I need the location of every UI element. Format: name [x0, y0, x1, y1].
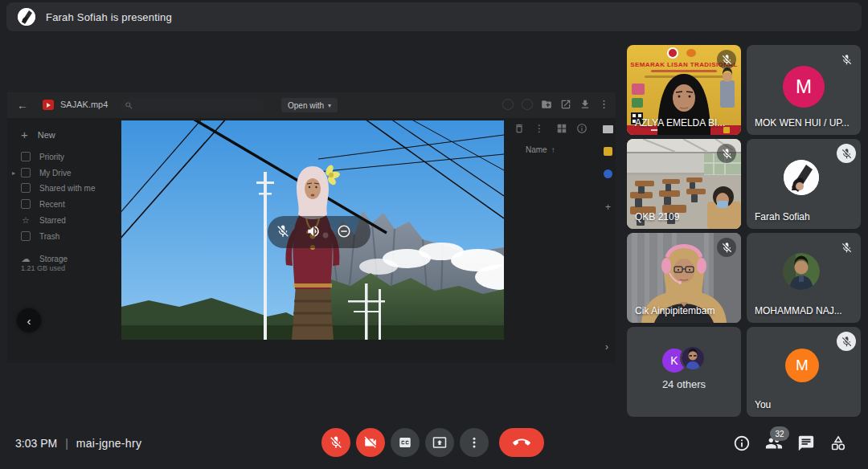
end-call-button[interactable] — [499, 428, 544, 457]
sidebar-item-storage[interactable]: ☁Storage — [21, 252, 68, 265]
mic-off-icon — [329, 435, 343, 450]
participant-tile-cik[interactable]: Cik Ainpipitembam — [627, 233, 741, 323]
open-in-new-icon[interactable] — [560, 99, 571, 110]
mic-off-icon — [837, 50, 856, 69]
sidebar-item-priority[interactable]: Priority — [21, 150, 64, 163]
star-icon: ☆ — [21, 215, 31, 226]
open-with-button[interactable]: Open with ▾ — [281, 98, 338, 112]
storage-used-label: 1.21 GB used — [21, 264, 65, 272]
activities-button[interactable] — [829, 434, 847, 452]
others-count-label: 24 others — [627, 378, 741, 390]
add-panel-icon[interactable]: + — [605, 202, 611, 213]
meeting-details-button[interactable] — [733, 434, 751, 452]
meeting-code-label: mai-jgne-hry — [76, 437, 141, 450]
expand-icon[interactable]: ▸ — [12, 169, 15, 177]
participant-name: QKB 2109 — [635, 211, 679, 222]
meeting-info: 3:03 PM | mai-jgne-hry — [15, 418, 141, 469]
participant-name: AZLYA EMELDA BI... — [635, 117, 725, 128]
participant-tile-mok[interactable]: M MOK WEN HUI / UP... — [747, 45, 861, 135]
chevron-down-icon: ▾ — [328, 102, 331, 109]
recent-icon — [21, 199, 31, 209]
share-icon[interactable] — [502, 99, 514, 110]
more-vert-icon — [467, 435, 481, 450]
avatar: M — [783, 66, 825, 108]
comment-icon[interactable] — [522, 99, 533, 110]
participant-name: Farah Sofiah — [755, 211, 810, 222]
presenter-avatar — [18, 8, 35, 26]
drive-back-icon[interactable]: ← — [17, 98, 28, 112]
shared-icon — [21, 183, 31, 193]
participant-name: MOK WEN HUI / UP... — [755, 117, 850, 128]
present-icon — [432, 435, 447, 450]
camera-off-icon — [363, 435, 378, 450]
activities-shapes-icon — [829, 434, 847, 452]
previous-page-button[interactable]: ‹ — [17, 308, 41, 332]
add-to-folder-icon[interactable] — [541, 99, 552, 110]
priority-icon — [21, 152, 31, 161]
presented-video[interactable] — [121, 120, 504, 340]
participant-tile-azlya[interactable]: SEMARAK LISAN TRADISIONAL AZLYA EMELDA B… — [627, 45, 741, 135]
presentation-hover-controls — [268, 216, 371, 248]
meet-window: Farah Sofiah is presenting ← SAJAK.mp4 O… — [0, 0, 868, 469]
next-file-chevron-icon[interactable]: › — [605, 341, 608, 353]
details-info-icon[interactable] — [576, 123, 588, 137]
mic-off-icon — [837, 332, 856, 351]
avatar — [682, 347, 704, 369]
search-icon — [125, 101, 133, 110]
captions-icon — [398, 435, 412, 450]
clock-label: 3:03 PM — [15, 437, 57, 450]
download-icon[interactable] — [579, 99, 591, 110]
captions-button[interactable] — [391, 428, 420, 457]
participants-button[interactable]: 32 — [765, 434, 783, 452]
participant-tile-farah[interactable]: Farah Sofiah — [747, 139, 861, 229]
mic-off-icon — [837, 238, 856, 257]
file-more-icon[interactable]: ⋮ — [534, 123, 544, 134]
cloud-icon: ☁ — [21, 254, 31, 264]
drive-new-button[interactable]: + New — [21, 128, 55, 141]
preview-card-icon — [603, 125, 613, 133]
sidebar-item-trash[interactable]: Trash — [21, 230, 59, 243]
presenting-banner: Farah Sofiah is presenting — [6, 2, 862, 31]
participant-grid: SEMARAK LISAN TRADISIONAL AZLYA EMELDA B… — [627, 45, 861, 417]
separator: | — [65, 437, 68, 450]
chevron-left-icon: ‹ — [27, 314, 31, 328]
more-options-icon[interactable]: ⋮ — [599, 99, 609, 110]
keep-panel-icon[interactable] — [604, 147, 612, 156]
drive-search-input[interactable] — [120, 98, 265, 112]
tasks-panel-icon[interactable] — [604, 169, 612, 178]
sidebar-item-shared-with-me[interactable]: Shared with me — [21, 181, 95, 194]
present-button[interactable] — [425, 428, 454, 457]
chat-button[interactable] — [797, 434, 815, 452]
avatar — [783, 253, 820, 290]
bottom-bar: 3:03 PM | mai-jgne-hry 32 — [0, 418, 868, 469]
sidebar-item-my-drive[interactable]: My Drive — [21, 166, 71, 179]
camera-toggle-button[interactable] — [356, 428, 385, 457]
drive-toolbar: ← SAJAK.mp4 Open with ▾ ⋮ — [7, 92, 616, 118]
mic-off-icon — [717, 50, 736, 69]
participant-tile-others[interactable]: K 24 others — [627, 327, 741, 417]
mic-off-icon — [837, 144, 856, 163]
participant-tile-mohammad[interactable]: MOHAMMAD NAJ... — [747, 233, 861, 323]
participant-name: You — [755, 399, 771, 410]
video-file-icon — [43, 100, 54, 110]
participant-count-badge: 32 — [770, 426, 789, 441]
mic-off-icon — [717, 144, 736, 163]
sidebar-item-recent[interactable]: Recent — [21, 198, 65, 210]
participant-tile-qkb[interactable]: QKB 2109 — [627, 139, 741, 229]
mic-off-icon — [717, 238, 736, 257]
mic-toggle-button[interactable] — [321, 428, 350, 457]
call-end-icon — [513, 434, 530, 451]
info-icon — [733, 434, 751, 452]
avatar — [784, 160, 819, 195]
participant-tile-you[interactable]: M You — [747, 327, 861, 417]
delete-file-icon[interactable] — [514, 123, 525, 137]
presentation-stage: ← SAJAK.mp4 Open with ▾ ⋮ + New ▸ Priori… — [7, 92, 616, 363]
sort-ascending-icon: ↑ — [551, 145, 555, 154]
grid-view-icon[interactable] — [556, 123, 567, 137]
name-column-header[interactable]: Name ↑ — [526, 145, 555, 154]
more-options-button[interactable] — [460, 428, 489, 457]
plus-icon: + — [21, 128, 28, 141]
sidebar-item-starred[interactable]: ☆Starred — [21, 214, 66, 226]
panel-buttons: 32 — [733, 434, 847, 452]
participant-name: MOHAMMAD NAJ... — [755, 305, 842, 316]
